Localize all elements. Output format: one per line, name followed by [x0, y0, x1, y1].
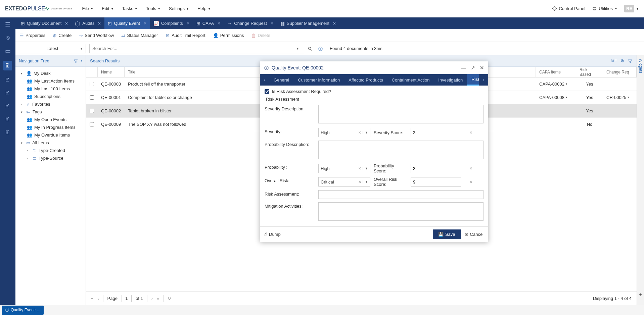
control-panel-link[interactable]: Control Panel: [552, 6, 585, 11]
col-name[interactable]: Name: [98, 67, 125, 77]
rail-icon-2[interactable]: ▭: [5, 47, 11, 55]
severity-select[interactable]: High ✕ ▼: [318, 128, 370, 137]
create-button[interactable]: ⊕Create: [53, 33, 72, 38]
cell-capa[interactable]: CAPA-00002▼: [536, 77, 576, 91]
send-workflow-button[interactable]: ⇢Send Workflow: [79, 33, 114, 38]
rail-icon-7[interactable]: 🗎: [5, 116, 11, 123]
collapse-icon[interactable]: ‹: [81, 58, 82, 63]
filter-icon[interactable]: [628, 58, 633, 63]
row-checkbox[interactable]: [90, 82, 94, 86]
search-input[interactable]: [92, 46, 296, 51]
col-creq[interactable]: Change Req: [603, 67, 637, 77]
permissions-button[interactable]: 👤Permissions: [213, 33, 244, 38]
clear-icon[interactable]: ✕: [469, 180, 472, 184]
scroll-left-button[interactable]: ‹: [260, 74, 269, 86]
help-icon[interactable]: ?: [318, 46, 323, 52]
search-icon[interactable]: [308, 46, 313, 52]
properties-button[interactable]: ☰Properties: [19, 33, 45, 38]
next-page-button[interactable]: ›: [151, 296, 153, 301]
menu-file[interactable]: File▼: [82, 6, 93, 11]
rail-icon-3[interactable]: 🗎: [3, 61, 12, 70]
risk-required-checkbox[interactable]: [265, 89, 269, 94]
hamburger-icon[interactable]: ☰: [5, 21, 10, 28]
tab-audits[interactable]: ◯Audits✕: [72, 17, 104, 29]
tree-overdue[interactable]: 👥My Overdue Items: [17, 131, 84, 139]
tree-tags[interactable]: ▾🏷Tags: [17, 108, 84, 116]
refresh-button[interactable]: ↻: [168, 296, 171, 301]
overall-score-input[interactable]: ✕: [411, 177, 461, 187]
severity-desc-input[interactable]: [318, 105, 484, 123]
close-icon[interactable]: ✕: [186, 21, 190, 26]
row-checkbox[interactable]: [90, 95, 94, 100]
menu-help[interactable]: Help▼: [197, 6, 211, 11]
user-menu[interactable]: RE▼: [624, 5, 639, 12]
mtab-affected-products[interactable]: Affected Products: [344, 74, 387, 86]
tree-favorites[interactable]: ›☆Favorites: [17, 100, 84, 108]
close-icon[interactable]: ✕: [480, 65, 484, 71]
rail-icon-4[interactable]: 🗎: [5, 76, 11, 84]
clear-icon[interactable]: ✕: [358, 166, 361, 171]
tree-my-desk[interactable]: ▾👤My Desk: [17, 69, 84, 77]
tree-open-events[interactable]: 👥My Open Events: [17, 116, 84, 123]
tab-change-request[interactable]: →Change Request✕: [224, 17, 277, 29]
tree-last-100[interactable]: 👥My Last 100 Items: [17, 85, 84, 93]
cell-capa[interactable]: CAPA-00008▼: [536, 91, 576, 104]
page-input[interactable]: [122, 295, 132, 302]
probability-select[interactable]: High ✕ ▼: [318, 164, 370, 173]
overall-risk-select[interactable]: Critical ✕ ▼: [318, 177, 370, 187]
mtab-containment-action[interactable]: Containment Action: [387, 74, 434, 86]
prev-page-button[interactable]: ‹: [97, 296, 99, 301]
delete-button[interactable]: 🗑Delete: [251, 33, 270, 38]
mtab-investigation[interactable]: Investigation: [434, 74, 467, 86]
scroll-right-button[interactable]: ›: [479, 74, 488, 86]
chevron-down-icon[interactable]: ▼: [296, 47, 299, 50]
mtab-customer-info[interactable]: Customer Information: [293, 74, 344, 86]
tree-all-items[interactable]: ▾▭All Items: [17, 139, 84, 147]
last-page-button[interactable]: »: [157, 296, 159, 301]
tab-quality-event[interactable]: ⊡Quality Event✕: [104, 17, 150, 29]
add-widget-button[interactable]: ＋: [638, 291, 643, 298]
menu-settings[interactable]: Settings▼: [169, 6, 189, 11]
tab-complaints[interactable]: 📈Complaints✕: [150, 17, 193, 29]
col-capa[interactable]: CAPA Items: [536, 67, 576, 77]
menu-tools[interactable]: Tools▼: [146, 6, 160, 11]
clear-icon[interactable]: ✕: [358, 130, 361, 135]
close-icon[interactable]: ✕: [270, 21, 274, 26]
close-icon[interactable]: ✕: [65, 21, 68, 26]
rail-icon-6[interactable]: 🗎: [5, 103, 11, 110]
clear-icon[interactable]: ✕: [469, 130, 472, 135]
row-checkbox[interactable]: [90, 122, 94, 126]
mtab-risk-assessment[interactable]: Risk Assessment: [467, 74, 479, 86]
close-icon[interactable]: ✕: [143, 21, 147, 26]
status-manager-button[interactable]: ⇄Status Manager: [121, 33, 158, 38]
tab-quality-document[interactable]: ⊞Quality Document✕: [17, 17, 72, 29]
tree-last-action[interactable]: 👥My Last Action Items: [17, 77, 84, 85]
popout-icon[interactable]: ↗: [471, 65, 475, 71]
chevron-down-icon[interactable]: ▼: [363, 131, 368, 134]
mtab-general[interactable]: General: [269, 74, 293, 86]
audit-trail-button[interactable]: 🗎Audit Trail Report: [165, 33, 205, 38]
minimize-icon[interactable]: —: [461, 65, 466, 71]
cancel-button[interactable]: ⊘ Cancel: [465, 229, 484, 239]
rail-icon-8[interactable]: 🗎: [5, 129, 11, 136]
cell-creq[interactable]: CR-00025▼: [603, 91, 637, 104]
dump-button[interactable]: ⎙ Dump: [265, 232, 281, 237]
utilities-menu[interactable]: Utilities▼: [592, 6, 617, 11]
col-risk[interactable]: Risk Based: [576, 67, 603, 77]
tab-supplier-management[interactable]: ▦Supplier Management✕: [277, 17, 339, 29]
filter-icon[interactable]: [73, 58, 78, 63]
clear-icon[interactable]: ✕: [358, 180, 361, 184]
probability-score-input[interactable]: ✕: [411, 164, 461, 173]
rail-icon-1[interactable]: ⎋: [6, 34, 10, 41]
probability-desc-input[interactable]: [318, 141, 484, 159]
chevron-down-icon[interactable]: ▼: [363, 167, 368, 170]
menu-tasks[interactable]: Tasks▼: [122, 6, 138, 11]
row-checkbox[interactable]: [90, 109, 94, 113]
save-button[interactable]: 💾 Save: [433, 229, 461, 239]
first-page-button[interactable]: «: [91, 296, 93, 301]
tree-type-created[interactable]: ›🗀Type-Created: [17, 147, 84, 154]
status-chip[interactable]: ⓘ Quality Event: ...: [2, 306, 44, 315]
close-icon[interactable]: ✕: [98, 21, 101, 26]
new-doc-icon[interactable]: 🗎⁺: [610, 58, 617, 63]
close-icon[interactable]: ✕: [217, 21, 221, 26]
